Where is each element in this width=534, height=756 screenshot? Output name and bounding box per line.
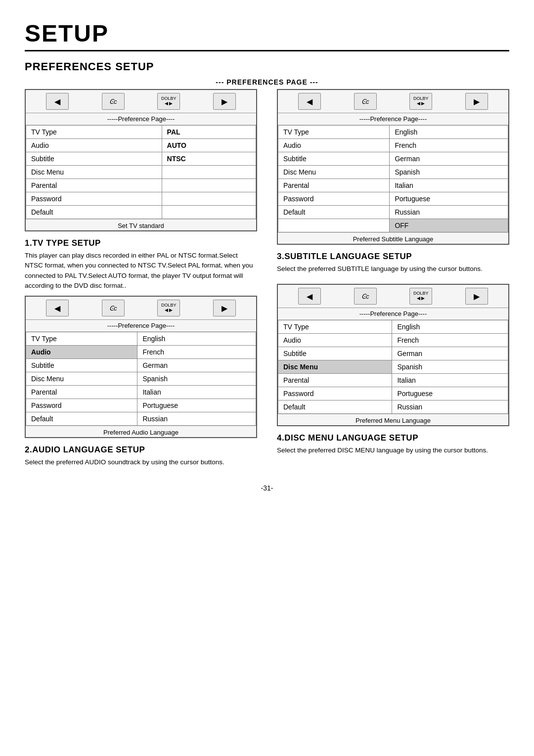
label-cell: Password <box>278 192 390 206</box>
value-cell: Russian <box>137 412 256 426</box>
disc-menu-setup-title: 4.DISC MENU LANGUAGE SETUP <box>277 433 509 443</box>
screen-icons-0: ◀ Ͼc DOLBY◀ ▶ ▶ <box>26 90 256 113</box>
section-title: PREFERENCES SETUP <box>25 60 509 73</box>
table-row: Default <box>26 206 256 219</box>
table-row: Password Portuguese <box>278 192 508 206</box>
label-cell: Password <box>26 192 162 206</box>
value-cell: Russian <box>392 400 508 414</box>
value-cell: English <box>392 320 508 334</box>
subtitle-setup-desc: Select the preferred SUBTITLE language b… <box>277 264 509 274</box>
label-cell-highlighted: Audio <box>26 346 137 359</box>
screen-bottom-label-3: Preferred Menu Language <box>278 414 508 425</box>
screen-pref-label-1: -----Preference Page---- <box>278 113 508 125</box>
screen-box-1: ◀ Ͼc DOLBY◀ ▶ ▶ -----Preference Page----… <box>277 89 509 245</box>
cc-icon-3: Ͼc <box>354 288 377 305</box>
value-cell: Portuguese <box>390 192 508 206</box>
table-row: Default Russian <box>278 206 508 219</box>
table-row: Parental Italian <box>278 374 508 387</box>
value-cell: NTSC <box>162 152 256 166</box>
screen-box-0: ◀ Ͼc DOLBY◀ ▶ ▶ -----Preference Page----… <box>25 89 257 231</box>
value-cell: German <box>390 152 508 166</box>
value-cell: Italian <box>390 179 508 192</box>
label-cell: Parental <box>278 374 392 387</box>
value-cell: French <box>392 334 508 347</box>
page-title: SETUP <box>25 20 509 51</box>
table-row: TV Type English <box>26 332 256 346</box>
value-cell-off: OFF <box>390 219 508 232</box>
dolby-icon-0: DOLBY◀ ▶ <box>157 93 180 110</box>
table-row: Default Russian <box>26 412 256 426</box>
left-column: ◀ Ͼc DOLBY◀ ▶ ▶ -----Preference Page----… <box>25 89 257 472</box>
label-cell: Disc Menu <box>26 372 137 386</box>
value-cell: Italian <box>137 386 256 399</box>
value-cell: Spanish <box>390 166 508 179</box>
pref-table-3: TV Type English Audio French Subtitle Ge… <box>278 320 508 414</box>
value-cell: Portuguese <box>137 399 256 412</box>
subtitle-setup-title: 3.SUBTITLE LANGUAGE SETUP <box>277 252 509 262</box>
label-cell: Password <box>26 399 137 412</box>
table-row: Subtitle German <box>278 347 508 360</box>
value-cell: German <box>137 359 256 372</box>
table-row: TV Type English <box>278 320 508 334</box>
screen-icons-1: ◀ Ͼc DOLBY◀ ▶ ▶ <box>278 90 508 113</box>
value-cell: French <box>137 346 256 359</box>
arrow-left-icon-2: ◀ <box>46 300 69 316</box>
value-cell: French <box>390 139 508 152</box>
table-row: Disc Menu Spanish <box>278 166 508 179</box>
table-row: Parental Italian <box>26 386 256 399</box>
audio-setup-title: 2.AUDIO LANGUAGE SETUP <box>25 445 257 455</box>
table-row: Audio AUTO <box>26 139 256 152</box>
table-row: Audio French <box>278 334 508 347</box>
label-cell: TV Type <box>26 332 137 346</box>
table-row: TV Type PAL <box>26 126 256 139</box>
forward-icon-1: ▶ <box>465 93 488 110</box>
forward-icon-3: ▶ <box>465 288 488 305</box>
value-cell <box>162 179 256 192</box>
value-cell: English <box>390 126 508 139</box>
table-row: Audio French <box>278 139 508 152</box>
screen-icons-3: ◀ Ͼc DOLBY◀ ▶ ▶ <box>278 285 508 308</box>
label-cell: Subtitle <box>278 347 392 360</box>
label-cell: Parental <box>278 179 390 192</box>
value-cell: AUTO <box>162 139 256 152</box>
label-cell: Disc Menu <box>26 166 162 179</box>
table-row: Subtitle NTSC <box>26 152 256 166</box>
pref-table-2: TV Type English Audio French Subtitle Ge… <box>26 332 256 426</box>
table-row: TV Type English <box>278 126 508 139</box>
value-cell: Russian <box>390 206 508 219</box>
label-cell: Default <box>278 206 390 219</box>
cc-icon-2: Ͼc <box>102 300 125 316</box>
label-cell: Audio <box>278 139 390 152</box>
table-row: Disc Menu <box>26 166 256 179</box>
label-cell: TV Type <box>26 126 162 139</box>
screen-pref-label-0: -----Preference Page---- <box>26 113 256 125</box>
table-row: Parental Italian <box>278 179 508 192</box>
pref-table-0: TV Type PAL Audio AUTO Subtitle NTSC Dis… <box>26 125 256 219</box>
table-row: Audio French <box>26 346 256 359</box>
label-cell: Default <box>26 412 137 426</box>
value-cell: PAL <box>162 126 256 139</box>
table-row: Password Portuguese <box>278 387 508 400</box>
value-cell: Portuguese <box>392 387 508 400</box>
label-cell: Parental <box>26 179 162 192</box>
dolby-icon-3: DOLBY◀ ▶ <box>409 288 432 305</box>
tv-type-setup-title: 1.TV TYPE SETUP <box>25 238 257 248</box>
table-row: Password Portuguese <box>26 399 256 412</box>
label-cell: Disc Menu <box>278 166 390 179</box>
table-row: Disc Menu Spanish <box>26 372 256 386</box>
pref-table-1: TV Type English Audio French Subtitle Ge… <box>278 125 508 232</box>
value-cell: Italian <box>392 374 508 387</box>
screen-bottom-label-1: Preferred Subtitle Language <box>278 232 508 244</box>
label-cell: Audio <box>26 139 162 152</box>
screen-bottom-label-0: Set TV standard <box>26 219 256 230</box>
label-cell: Audio <box>278 334 392 347</box>
label-cell: Subtitle <box>26 359 137 372</box>
arrow-left-icon-1: ◀ <box>298 93 321 110</box>
label-cell: Parental <box>26 386 137 399</box>
forward-icon-2: ▶ <box>213 300 236 316</box>
table-row: Disc Menu Spanish <box>278 360 508 374</box>
screen-pref-label-3: -----Preference Page---- <box>278 308 508 320</box>
arrow-left-icon-0: ◀ <box>46 93 69 110</box>
audio-setup-desc: Select the preferred AUDIO soundtrack by… <box>25 457 257 467</box>
label-cell: Password <box>278 387 392 400</box>
